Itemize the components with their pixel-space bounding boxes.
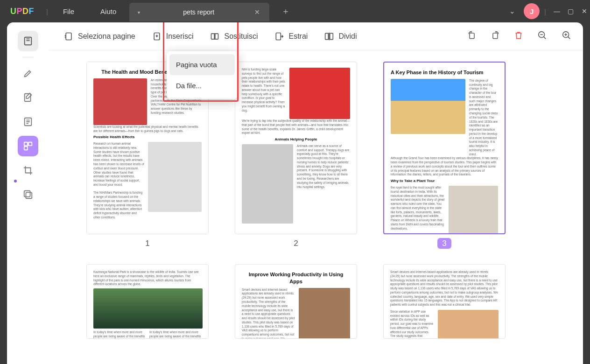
svg-rect-12	[276, 33, 281, 40]
menu-help[interactable]: Aiuto	[87, 7, 129, 15]
tab-title: pets report	[162, 8, 236, 16]
minimize-icon[interactable]: —	[548, 7, 562, 15]
page-thumb-4[interactable]: Kaziranga National Park is a showcase to…	[86, 264, 209, 339]
replace-label: Sostituisci	[224, 32, 258, 41]
new-tab-button[interactable]: ＋	[269, 6, 302, 17]
page-thumb-6[interactable]: Smart devices and internet-based applica…	[383, 264, 506, 339]
split-label: Dividi	[338, 32, 357, 41]
extract-label: Estrai	[288, 32, 308, 41]
maximize-icon[interactable]: ▢	[562, 7, 576, 15]
svg-rect-7	[26, 192, 32, 198]
tab-close-icon[interactable]: ✕	[254, 8, 260, 16]
svg-rect-3	[24, 142, 28, 146]
svg-rect-5	[24, 147, 28, 150]
sidebar-crop-icon[interactable]	[18, 160, 38, 181]
sidebar-form-icon[interactable]	[18, 112, 38, 132]
close-window-icon[interactable]: ✕	[576, 7, 590, 15]
delete-icon[interactable]	[511, 28, 526, 45]
user-avatar[interactable]: J	[524, 3, 540, 19]
split-button[interactable]: Dividi	[318, 28, 363, 45]
svg-rect-15	[470, 33, 474, 39]
p5-title: Improve Working Productivity in Using Ap…	[242, 271, 350, 285]
svg-rect-6	[24, 191, 30, 197]
select-pages-label: Seleziona pagine	[78, 32, 135, 41]
main-area: Seleziona pagine Inserisci Sostituisci E…	[49, 22, 583, 364]
dropdown-icon[interactable]: ⌄	[504, 7, 521, 15]
p4-image-park	[93, 288, 203, 329]
svg-rect-4	[28, 142, 32, 146]
svg-rect-8	[66, 33, 71, 40]
sidebar-edit-icon[interactable]	[18, 87, 38, 108]
page-number-1: 1	[86, 234, 209, 260]
insert-label: Inserisci	[166, 32, 194, 41]
document-tab[interactable]: ▾ pets report ✕	[129, 3, 269, 21]
p3-title: A Key Phase in the History of Tourism	[391, 69, 498, 76]
p3-image-tower	[449, 186, 498, 234]
sidebar-compress-icon[interactable]	[18, 184, 38, 205]
p6-image-person	[438, 310, 499, 339]
insert-blank-page[interactable]: Pagina vuota	[169, 54, 235, 75]
sidebar-reader-icon[interactable]	[18, 31, 38, 51]
zoom-in-icon[interactable]	[559, 28, 575, 45]
p1-h2: Possible Health Effects	[93, 135, 202, 140]
sidebar-drag-handle[interactable]	[13, 179, 18, 183]
app-logo: UPDF	[0, 7, 44, 16]
extract-button[interactable]: Estrai	[268, 28, 314, 45]
tab-menu-icon[interactable]: ▾	[138, 10, 140, 15]
pages-grid: The Health and Mood Benefits of Pets An …	[49, 50, 583, 364]
page-thumb-2[interactable]: NIH is funding large-scale surveys to fi…	[235, 62, 357, 234]
p2-image-dog	[289, 68, 350, 119]
sidebar-organize-icon[interactable]	[18, 136, 38, 156]
organize-toolbar: Seleziona pagine Inserisci Sostituisci E…	[49, 22, 583, 50]
page-number-3: 3	[383, 234, 506, 260]
app-body: Seleziona pagine Inserisci Sostituisci E…	[7, 22, 583, 364]
left-sidebar	[7, 22, 49, 364]
page-thumb-3[interactable]: A Key Phase in the History of Tourism Th…	[383, 62, 506, 234]
sidebar-highlight-icon[interactable]	[18, 63, 38, 84]
insert-dropdown: Pagina vuota Da file...	[167, 51, 238, 99]
replace-button[interactable]: Sostituisci	[204, 28, 264, 45]
p3-h2: Why to Take a Plant Tour	[391, 179, 498, 184]
select-pages-button[interactable]: Seleziona pagine	[57, 28, 142, 45]
insert-from-file[interactable]: Da file...	[169, 75, 235, 96]
p1-image-dogs	[148, 142, 202, 212]
rotate-left-icon[interactable]	[464, 28, 479, 45]
p2-image-cat	[242, 144, 293, 224]
p2-h2: Animals Helping People	[242, 137, 350, 142]
p5-image-office	[299, 288, 350, 339]
svg-rect-14	[330, 33, 333, 39]
svg-rect-13	[325, 33, 329, 39]
page-thumb-5[interactable]: Improve Working Productivity in Using Ap…	[235, 264, 357, 339]
p3-image-city	[391, 79, 465, 134]
menu-file[interactable]: File	[50, 7, 87, 15]
page-number-2: 2	[235, 234, 357, 260]
rotate-right-icon[interactable]	[488, 28, 503, 45]
insert-button[interactable]: Inserisci	[146, 28, 200, 45]
p1-image-cat	[93, 78, 147, 125]
zoom-out-icon[interactable]	[534, 28, 550, 45]
svg-rect-16	[493, 33, 498, 39]
titlebar: UPDF | File Aiuto ▾ pets report ✕ ＋ ⌄ J …	[0, 0, 590, 22]
